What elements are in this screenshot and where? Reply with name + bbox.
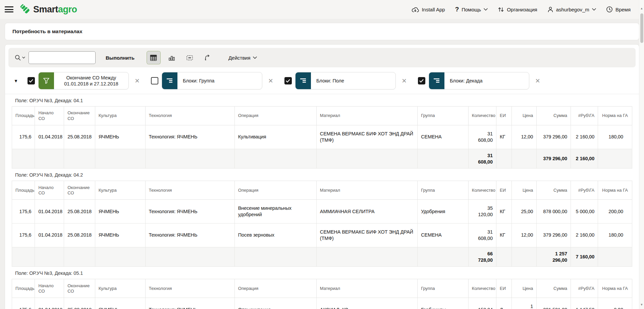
table-header-row: Площадь Начало СО Окончание СО Культура … — [12, 181, 632, 200]
actions-menu[interactable]: Действия — [228, 55, 257, 61]
filter-chip-label: Окончание СО Между 01.01.2018 и 27.12.20… — [54, 72, 128, 89]
cloud-download-icon — [412, 7, 419, 12]
chevron-down-icon — [484, 8, 488, 11]
col-header[interactable]: Площадь — [12, 107, 35, 125]
filter-chip-block-field[interactable]: Блоки: Поле — [295, 72, 396, 89]
filter-chip-block-group[interactable]: Блоки: Группа — [162, 72, 262, 89]
check-icon — [286, 79, 290, 83]
col-header[interactable]: Количество — [468, 279, 496, 298]
table-row[interactable]: 175,6 01.04.2018 25.08.2018 ЯЧМЕНЬ Техно… — [12, 298, 632, 309]
close-icon[interactable]: × — [135, 77, 140, 85]
col-header[interactable]: Цена — [512, 279, 537, 298]
filter-chip-block-decade[interactable]: Блоки: Декада — [429, 72, 529, 89]
col-header[interactable]: Цена — [512, 107, 537, 125]
close-icon[interactable]: × — [268, 77, 273, 85]
close-icon[interactable]: × — [535, 77, 540, 85]
col-header[interactable]: Технология — [145, 107, 234, 125]
col-header[interactable]: Начало СО — [35, 279, 64, 298]
col-header[interactable]: Материал — [316, 107, 417, 125]
col-header[interactable]: Культура — [95, 279, 145, 298]
help-label: Помощь — [462, 7, 481, 12]
col-header[interactable]: Норма на ГА — [598, 107, 632, 125]
col-header[interactable]: Количество — [468, 181, 496, 200]
filter-checkbox-3[interactable] — [284, 77, 292, 84]
col-header[interactable]: ЕИ — [496, 107, 512, 125]
col-header[interactable]: Технология — [145, 279, 234, 298]
col-header[interactable]: Группа — [418, 107, 469, 125]
col-header[interactable]: Количество — [468, 107, 496, 125]
collapse-filters-toggle[interactable]: ▼ — [14, 78, 18, 83]
pivot-button[interactable] — [201, 51, 215, 64]
help-menu[interactable]: ? Помощь — [455, 6, 488, 13]
scrollbar-thumb[interactable] — [640, 13, 643, 43]
search-input[interactable] — [29, 51, 96, 64]
install-app-button[interactable]: Install App — [412, 7, 445, 12]
col-header[interactable]: Норма на ГА — [598, 181, 632, 200]
col-header[interactable]: ЕИ — [496, 181, 512, 200]
table-header-row: Площадь Начало СО Окончание СО Культура … — [12, 279, 632, 298]
question-icon: ? — [455, 6, 459, 13]
filter-chip-label: Блоки: Декада — [444, 72, 529, 89]
sync-arrows-icon — [498, 6, 504, 13]
install-app-label: Install App — [422, 7, 445, 12]
area-selection-button[interactable] — [183, 51, 197, 64]
col-header[interactable]: Группа — [418, 181, 469, 200]
pivot-arrow-icon — [204, 55, 211, 61]
scroll-up-arrow-icon[interactable]: ▲ — [639, 7, 644, 10]
logo[interactable]: Smartagro — [19, 3, 77, 15]
user-menu[interactable]: ashurbegov_m — [547, 6, 596, 13]
hamburger-menu-icon[interactable] — [5, 6, 13, 13]
col-header[interactable]: Операция — [234, 279, 316, 298]
title-card: Потребность в материалах — [5, 23, 639, 40]
filter-checkbox-1[interactable] — [28, 77, 35, 84]
scroll-down-arrow-icon[interactable]: ▼ — [639, 303, 644, 306]
chart-view-button[interactable] — [165, 51, 179, 64]
col-header[interactable]: Сумма — [537, 279, 571, 298]
table-row[interactable]: 175,6 01.04.2018 25.08.2018 ЯЧМЕНЬ Техно… — [12, 224, 632, 247]
results-table: Поле: ОР.УЧ №3, Декада: 04.1 Площадь Нач… — [5, 94, 639, 309]
logo-text: Smartagro — [33, 4, 77, 15]
funnel-icon — [39, 72, 54, 89]
col-header[interactable]: Окончание СО — [64, 279, 95, 298]
col-header[interactable]: Цена — [512, 181, 537, 200]
col-header[interactable]: Культура — [95, 107, 145, 125]
col-header[interactable]: Окончание СО — [64, 107, 95, 125]
close-icon[interactable]: × — [402, 77, 407, 85]
filter-checkbox-4[interactable] — [418, 77, 425, 84]
check-icon — [419, 79, 424, 83]
execute-button[interactable]: Выполнить — [106, 55, 135, 61]
col-header[interactable]: Площадь — [12, 279, 35, 298]
time-label: Время — [615, 7, 631, 12]
filter-chip-end-date[interactable]: Окончание СО Между 01.01.2018 и 27.12.20… — [38, 72, 129, 89]
col-header[interactable]: #Руб\ГА — [571, 181, 598, 200]
col-header[interactable]: Культура — [95, 181, 145, 200]
col-header[interactable]: Площадь — [12, 181, 35, 200]
col-header[interactable]: Начало СО — [35, 107, 64, 125]
table-row[interactable]: 175,6 01.04.2018 25.08.2018 ЯЧМЕНЬ Техно… — [12, 125, 632, 149]
vertical-scrollbar[interactable]: ▲ ▼ — [639, 0, 644, 309]
col-header[interactable]: Группа — [418, 279, 469, 298]
col-header[interactable]: Технология — [145, 181, 234, 200]
search-options-button[interactable] — [14, 54, 25, 61]
selection-area-icon — [186, 55, 193, 61]
col-header[interactable]: Материал — [316, 279, 417, 298]
time-menu[interactable]: Время — [606, 6, 631, 13]
filter-checkbox-2[interactable] — [151, 77, 158, 84]
col-header[interactable]: Норма на ГА — [598, 279, 632, 298]
organization-menu[interactable]: Организация — [498, 6, 537, 13]
col-header[interactable]: Сумма — [537, 181, 571, 200]
col-header[interactable]: Материал — [316, 181, 417, 200]
col-header[interactable]: Операция — [234, 181, 316, 200]
col-header[interactable]: ЕИ — [496, 279, 512, 298]
col-header[interactable]: Операция — [234, 107, 316, 125]
table-view-button[interactable] — [147, 51, 161, 64]
col-header[interactable]: #Руб\ГА — [571, 279, 598, 298]
col-header[interactable]: Окончание СО — [64, 181, 95, 200]
col-header[interactable]: #Руб\ГА — [571, 107, 598, 125]
col-header[interactable]: Сумма — [537, 107, 571, 125]
logo-icon — [19, 3, 31, 15]
table-row[interactable]: 175,6 01.04.2018 25.08.2018 ЯЧМЕНЬ Техно… — [12, 200, 632, 224]
block-icon — [162, 72, 177, 89]
chevron-down-icon — [22, 57, 25, 59]
col-header[interactable]: Начало СО — [35, 181, 64, 200]
